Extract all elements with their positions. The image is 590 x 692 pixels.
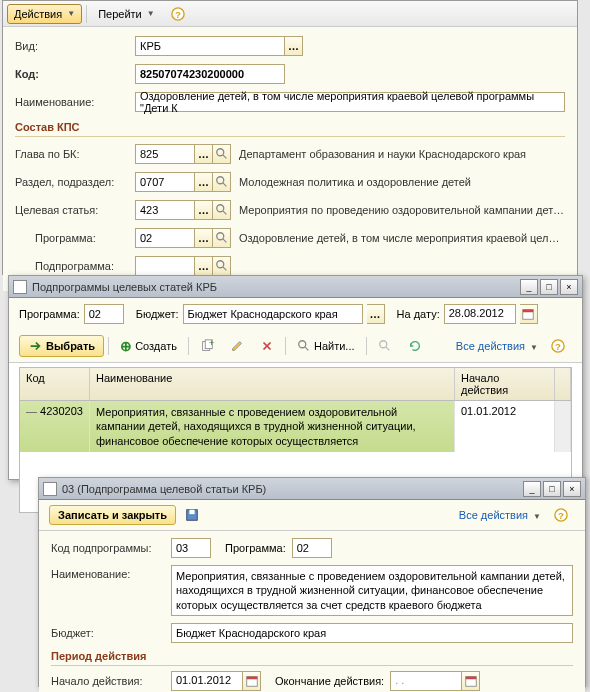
main-form-body: Вид: КРБ … Код: 82507074230200000 Наимен… bbox=[3, 27, 577, 291]
name-label: Наименование: bbox=[15, 96, 135, 108]
code-input[interactable]: 82507074230200000 bbox=[135, 64, 285, 84]
cell-code: — 4230203 bbox=[20, 401, 90, 452]
kind-lookup-button[interactable]: … bbox=[285, 36, 303, 56]
plus-icon: ⊕ bbox=[120, 338, 132, 354]
select-label: Выбрать bbox=[46, 340, 95, 352]
help-button[interactable]: ? bbox=[164, 3, 192, 25]
copy-button[interactable]: + bbox=[193, 335, 221, 357]
subcode-label: Код подпрограммы: bbox=[51, 542, 171, 554]
subprograms-window: Подпрограммы целевых статей КРБ _ □ × Пр… bbox=[8, 275, 583, 480]
save-close-button[interactable]: Записать и закрыть bbox=[49, 505, 176, 525]
all-actions-link[interactable]: Все действия ▼ bbox=[455, 506, 545, 524]
close-button[interactable]: × bbox=[560, 279, 578, 295]
subprogram-edit-window: 03 (Подпрограмма целевой статьи КРБ) _ □… bbox=[38, 477, 586, 687]
razdel-description: Молодежная политика и оздоровление детей bbox=[239, 176, 565, 188]
target-search-button[interactable] bbox=[213, 200, 231, 220]
subbudget-input[interactable]: Бюджет Краснодарского края bbox=[171, 623, 573, 643]
save-button[interactable] bbox=[178, 504, 206, 526]
subbudget-label: Бюджет: bbox=[51, 627, 171, 639]
document-icon bbox=[43, 482, 57, 496]
svg-point-21 bbox=[379, 341, 386, 348]
glava-lookup-button[interactable]: … bbox=[195, 144, 213, 164]
svg-rect-32 bbox=[465, 677, 476, 680]
svg-point-2 bbox=[216, 149, 223, 156]
col-code[interactable]: Код bbox=[20, 368, 90, 400]
separator bbox=[366, 337, 367, 355]
select-arrow-icon bbox=[28, 339, 42, 353]
edit-button[interactable] bbox=[223, 335, 251, 357]
target-lookup-button[interactable]: … bbox=[195, 200, 213, 220]
start-date-input[interactable]: 01.01.2012 bbox=[171, 671, 243, 691]
refresh-icon bbox=[408, 339, 422, 353]
subprog-lookup-button[interactable]: … bbox=[195, 256, 213, 276]
minimize-button[interactable]: _ bbox=[523, 481, 541, 497]
maximize-button[interactable]: □ bbox=[543, 481, 561, 497]
svg-line-3 bbox=[222, 155, 226, 159]
scrollbar[interactable] bbox=[555, 401, 571, 452]
calendar-icon bbox=[245, 674, 259, 688]
prog-lookup-button[interactable]: … bbox=[195, 228, 213, 248]
svg-point-19 bbox=[299, 341, 306, 348]
end-date-calendar-button[interactable] bbox=[462, 671, 480, 691]
cancel-search-button[interactable] bbox=[371, 335, 399, 357]
minimize-button[interactable]: _ bbox=[520, 279, 538, 295]
delete-button[interactable] bbox=[253, 335, 281, 357]
close-button[interactable]: × bbox=[563, 481, 581, 497]
refresh-button[interactable] bbox=[401, 335, 429, 357]
glava-input[interactable]: 825 bbox=[135, 144, 195, 164]
main-form-window: Действия▼ Перейти▼ ? Вид: КРБ … Код: 825… bbox=[2, 0, 578, 275]
filter-date-calendar-button[interactable] bbox=[520, 304, 538, 324]
copy-icon: + bbox=[200, 339, 214, 353]
filter-date-input[interactable]: 28.08.2012 bbox=[444, 304, 516, 324]
col-start[interactable]: Начало действия bbox=[455, 368, 555, 400]
filter-prog-input[interactable]: 02 bbox=[84, 304, 124, 324]
glava-search-button[interactable] bbox=[213, 144, 231, 164]
razdel-input[interactable]: 0707 bbox=[135, 172, 195, 192]
razdel-search-button[interactable] bbox=[213, 172, 231, 192]
prog-search-button[interactable] bbox=[213, 228, 231, 248]
cell-start: 01.01.2012 bbox=[455, 401, 555, 452]
help-icon: ? bbox=[554, 508, 568, 522]
actions-menu-button[interactable]: Действия▼ bbox=[7, 4, 82, 24]
chevron-down-icon: ▼ bbox=[530, 343, 538, 352]
table-row[interactable]: — 4230203 Мероприятия, связанные с прове… bbox=[20, 401, 571, 452]
razdel-lookup-button[interactable]: … bbox=[195, 172, 213, 192]
goto-label: Перейти bbox=[98, 8, 142, 20]
help-button[interactable]: ? bbox=[544, 335, 572, 357]
filter-budget-lookup-button[interactable]: … bbox=[367, 304, 385, 324]
help-button[interactable]: ? bbox=[547, 504, 575, 526]
save-close-label: Записать и закрыть bbox=[58, 509, 167, 521]
select-button[interactable]: Выбрать bbox=[19, 335, 104, 357]
subprog-prog-input[interactable]: 02 bbox=[292, 538, 332, 558]
name-input[interactable]: Оздоровление детей, в том числе мероприя… bbox=[135, 92, 565, 112]
maximize-button[interactable]: □ bbox=[540, 279, 558, 295]
razdel-label: Раздел, подраздел: bbox=[15, 176, 135, 188]
svg-text:+: + bbox=[209, 339, 214, 348]
target-description: Мероприятия по проведению оздоровительно… bbox=[239, 204, 565, 216]
all-actions-link[interactable]: Все действия ▼ bbox=[452, 337, 542, 355]
subprograms-titlebar[interactable]: Подпрограммы целевых статей КРБ _ □ × bbox=[9, 276, 582, 298]
subname-input[interactable]: Мероприятия, связанные с проведением озд… bbox=[171, 565, 573, 616]
target-input[interactable]: 423 bbox=[135, 200, 195, 220]
start-date-calendar-button[interactable] bbox=[243, 671, 261, 691]
svg-rect-30 bbox=[246, 677, 257, 680]
svg-line-20 bbox=[305, 347, 309, 351]
svg-text:?: ? bbox=[558, 510, 564, 521]
kind-label: Вид: bbox=[15, 40, 135, 52]
search-icon bbox=[215, 231, 229, 245]
subprog-search-button[interactable] bbox=[213, 256, 231, 276]
subcode-input[interactable]: 03 bbox=[171, 538, 211, 558]
subprog-input[interactable] bbox=[135, 256, 195, 276]
col-name[interactable]: Наименование bbox=[90, 368, 455, 400]
find-button[interactable]: Найти... bbox=[290, 335, 362, 357]
separator bbox=[108, 337, 109, 355]
create-button[interactable]: ⊕ Создать bbox=[113, 334, 184, 358]
goto-menu-button[interactable]: Перейти▼ bbox=[91, 4, 162, 24]
search-icon bbox=[297, 339, 311, 353]
prog-input[interactable]: 02 bbox=[135, 228, 195, 248]
filter-budget-input[interactable]: Бюджет Краснодарского края bbox=[183, 304, 363, 324]
subprogram-edit-titlebar[interactable]: 03 (Подпрограмма целевой статьи КРБ) _ □… bbox=[39, 478, 585, 500]
end-date-input[interactable]: . . bbox=[390, 671, 462, 691]
col-scroll bbox=[555, 368, 571, 400]
kind-input[interactable]: КРБ bbox=[135, 36, 285, 56]
